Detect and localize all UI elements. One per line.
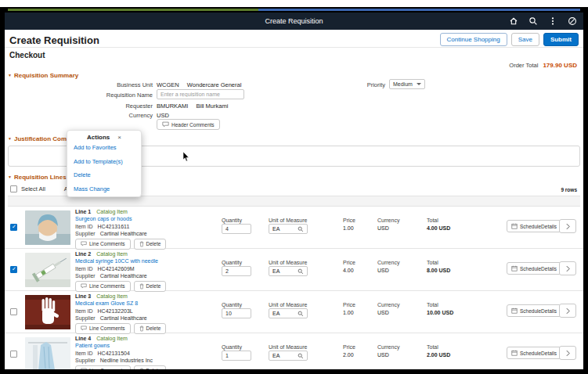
- table-row: Line 1Catalog Item Surgeon caps or hoods…: [5, 207, 583, 249]
- price-label: Price: [343, 260, 355, 265]
- requisition-name-input[interactable]: [157, 89, 244, 99]
- quantity-input[interactable]: [222, 308, 251, 318]
- total-label: Total: [427, 218, 438, 223]
- comment-icon: [81, 325, 87, 331]
- table-row: Line 3Catalog Item Medical exam Glove SZ…: [5, 291, 583, 333]
- delete-line-button[interactable]: Delete: [134, 365, 167, 370]
- uom-value: EA: [272, 311, 280, 316]
- menu-item-delete[interactable]: Delete: [74, 171, 135, 178]
- menu-item-add-to-templates[interactable]: Add to Template(s): [74, 158, 135, 165]
- delete-line-button[interactable]: Delete: [134, 281, 167, 292]
- delete-line-button[interactable]: Delete: [134, 239, 167, 250]
- menu-item-add-to-favorites[interactable]: Add to Favorites: [74, 144, 135, 151]
- price-value: 1.00: [343, 225, 354, 231]
- quantity-input[interactable]: [222, 266, 251, 276]
- calendar-icon: [511, 265, 518, 272]
- close-icon[interactable]: ×: [117, 134, 121, 141]
- line-currency-value: USD: [377, 352, 389, 358]
- catalog-item-tag: Catalog Item: [96, 293, 128, 299]
- line-select-checkbox[interactable]: [10, 308, 17, 315]
- menu-item-mass-change[interactable]: Mass Change: [74, 185, 135, 192]
- lookup-magnifier-icon[interactable]: [298, 268, 304, 275]
- total-label: Total: [427, 344, 438, 350]
- navbar-compass-icon[interactable]: [568, 16, 577, 26]
- line-currency-label: Currency: [377, 260, 399, 265]
- line-select-checkbox[interactable]: [10, 224, 17, 231]
- item-thumbnail-surgeon-caps: [25, 210, 70, 245]
- uom-input[interactable]: EA: [269, 308, 308, 318]
- line-details-chevron-button[interactable]: [559, 346, 576, 360]
- lookup-magnifier-icon[interactable]: [298, 226, 304, 232]
- price-value: 4.00: [343, 268, 354, 273]
- actions-popup-title: Actions: [87, 134, 110, 141]
- requester-code: BMURKAMI: [157, 102, 188, 110]
- quantity-input[interactable]: [222, 224, 251, 234]
- header-comments-button[interactable]: Header Comments: [157, 119, 220, 130]
- delete-label: Delete: [146, 368, 161, 369]
- priority-select[interactable]: Medium: [389, 79, 425, 89]
- calendar-icon: [511, 223, 518, 229]
- uom-value: EA: [272, 268, 280, 274]
- line-comments-button[interactable]: Line Comments: [75, 323, 131, 334]
- line-comments-label: Line Comments: [89, 368, 125, 369]
- uom-input[interactable]: EA: [269, 266, 308, 276]
- item-description-link[interactable]: Surgeon caps or hoods: [75, 216, 220, 221]
- schedule-details-label: ScheduleDetails: [520, 351, 557, 356]
- business-unit-label: Business Unit: [51, 81, 153, 88]
- line-details-chevron-button[interactable]: [559, 261, 576, 275]
- item-description-link[interactable]: Patient gowns: [75, 343, 220, 348]
- line-currency-value: USD: [377, 225, 389, 231]
- schedule-details-button[interactable]: ScheduleDetails: [507, 262, 561, 275]
- order-total: Order Total 179.90 USD: [509, 62, 577, 69]
- uom-input[interactable]: EA: [269, 224, 308, 234]
- priority-label: Priority: [283, 81, 385, 88]
- item-description-link[interactable]: Medical syringe 10CC with needle: [75, 258, 220, 264]
- item-id-label: Item ID: [75, 224, 93, 229]
- delete-line-button[interactable]: Delete: [134, 323, 167, 334]
- section-requisition-summary[interactable]: Requisition Summary: [8, 72, 78, 79]
- save-button[interactable]: Save: [511, 33, 539, 46]
- item-description-link[interactable]: Medical exam Glove SZ 8: [75, 300, 220, 306]
- line-comments-button[interactable]: Line Comments: [75, 239, 131, 250]
- comment-icon: [162, 121, 169, 128]
- select-all-checkbox[interactable]: [10, 185, 17, 192]
- header-divider: [5, 47, 583, 48]
- uom-label: Unit of Measure: [269, 260, 307, 265]
- item-thumbnail-glove: [25, 295, 70, 329]
- line-currency-value: USD: [377, 268, 389, 273]
- line-details-chevron-button[interactable]: [559, 219, 576, 233]
- lookup-magnifier-icon[interactable]: [298, 311, 304, 317]
- total-value: 10.00 USD: [427, 310, 453, 315]
- item-id-value: HC42142609M: [98, 266, 135, 272]
- line-details-chevron-button[interactable]: [559, 304, 576, 318]
- submit-button[interactable]: Submit: [543, 33, 579, 46]
- business-unit-code: WCGEN: [157, 81, 179, 88]
- line-number: Line 4: [75, 336, 91, 341]
- quantity-label: Quantity: [222, 344, 242, 350]
- catalog-item-tag: Catalog Item: [96, 209, 128, 214]
- schedule-details-button[interactable]: ScheduleDetails: [507, 347, 561, 359]
- supplier-value: Cartinal Healthcare: [100, 231, 147, 236]
- global-header-title: Create Requisition: [5, 17, 583, 25]
- schedule-details-button[interactable]: ScheduleDetails: [507, 220, 561, 232]
- home-icon[interactable]: [509, 16, 518, 26]
- priority-selected-value: Medium: [393, 81, 413, 87]
- lookup-magnifier-icon[interactable]: [298, 353, 304, 359]
- total-value: 8.00 USD: [427, 268, 450, 273]
- line-comments-button[interactable]: Line Comments: [75, 281, 131, 292]
- line-select-checkbox[interactable]: [10, 266, 17, 273]
- schedule-details-button[interactable]: ScheduleDetails: [507, 304, 561, 317]
- item-id-label: Item ID: [75, 351, 93, 356]
- quantity-input[interactable]: [222, 351, 251, 361]
- search-icon[interactable]: [528, 16, 538, 26]
- uom-input[interactable]: EA: [269, 351, 308, 361]
- requisition-name-label: Requisition Name: [51, 92, 153, 99]
- select-all-label: Select All: [21, 185, 45, 192]
- kebab-menu-icon[interactable]: [548, 16, 557, 26]
- comment-icon: [81, 368, 87, 369]
- row-count: 9 rows: [561, 187, 577, 192]
- line-select-checkbox[interactable]: [10, 351, 17, 358]
- chevron-right-icon: [566, 350, 570, 357]
- line-comments-button[interactable]: Line Comments: [75, 365, 131, 370]
- continue-shopping-button[interactable]: Continue Shopping: [440, 33, 507, 46]
